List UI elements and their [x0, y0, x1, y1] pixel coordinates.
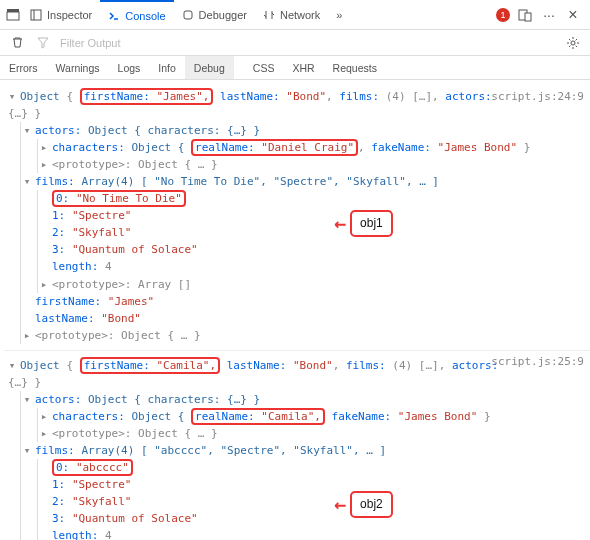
- key-films: films:: [339, 90, 379, 103]
- disclosure-triangle-icon[interactable]: ▸: [38, 156, 50, 173]
- ftab-css[interactable]: CSS: [244, 56, 284, 79]
- array-item[interactable]: 0: "abcccc": [38, 459, 590, 476]
- preview: Object {: [131, 141, 184, 154]
- object-root[interactable]: ▾ Object { firstName: "Camila", lastName…: [6, 357, 590, 374]
- disclosure-triangle-icon[interactable]: ▸: [38, 425, 50, 442]
- ftab-logs[interactable]: Logs: [109, 56, 150, 79]
- error-count-badge[interactable]: 1: [496, 8, 510, 22]
- responsive-mode-icon[interactable]: [516, 6, 534, 24]
- val: James Bond: [444, 141, 510, 154]
- tabs-overflow[interactable]: »: [328, 0, 350, 29]
- key: actors:: [35, 393, 81, 406]
- preview: Array(4) [ "abcccc", "Spectre", "Skyfall…: [81, 444, 386, 457]
- disclosure-triangle-icon[interactable]: ▾: [21, 391, 33, 408]
- disclosure-triangle-icon[interactable]: ▾: [6, 88, 18, 105]
- key: fakeName:: [371, 141, 431, 154]
- svg-rect-6: [525, 13, 531, 21]
- filter-bar: [0, 30, 590, 56]
- val: Bond: [108, 312, 135, 325]
- characters-node[interactable]: ▸ characters: Object { realName: "Daniel…: [38, 139, 590, 156]
- disclosure-triangle-icon[interactable]: ▾: [21, 442, 33, 459]
- val: Daniel Craig: [268, 141, 347, 154]
- ftab-requests[interactable]: Requests: [324, 56, 386, 79]
- array-item[interactable]: 2: "Skyfall": [38, 224, 590, 241]
- characters-node[interactable]: ▸ characters: Object { realName: "Camila…: [38, 408, 590, 425]
- trash-icon[interactable]: [8, 34, 26, 52]
- log-level-tabs: Errors Warnings Logs Info Debug CSS XHR …: [0, 56, 590, 80]
- array-item[interactable]: 0: "No Time To Die": [38, 190, 590, 207]
- tab-network[interactable]: Network: [255, 0, 328, 29]
- filter-input[interactable]: [60, 37, 556, 49]
- firstname-node: firstName: "James": [21, 293, 590, 310]
- prototype-node[interactable]: ▸<prototype>: Object { … }: [21, 327, 590, 344]
- key: realName:: [195, 410, 255, 423]
- disclosure-triangle-icon[interactable]: ▸: [38, 276, 50, 293]
- close-icon[interactable]: ×: [564, 6, 582, 24]
- log-entry-obj2: script.js:25:9 ▾ Object { firstName: "Ca…: [4, 350, 590, 540]
- disclosure-triangle-icon[interactable]: ▾: [21, 122, 33, 139]
- preview: Object { characters: {…} }: [88, 393, 260, 406]
- val: Camila: [163, 359, 203, 372]
- ftab-info[interactable]: Info: [149, 56, 185, 79]
- key: firstName:: [84, 359, 150, 372]
- ftab-errors[interactable]: Errors: [0, 56, 47, 79]
- val-lastname: Bond: [293, 90, 320, 103]
- more-menu-icon[interactable]: ···: [540, 6, 558, 24]
- val: Skyfall: [79, 226, 125, 239]
- key: length:: [52, 260, 98, 273]
- array-item[interactable]: 3: "Quantum of Solace": [38, 510, 590, 527]
- array-item[interactable]: 1: "Spectre": [38, 476, 590, 493]
- svg-rect-1: [7, 9, 19, 12]
- val: James Bond: [404, 410, 470, 423]
- tab-inspector[interactable]: Inspector: [22, 0, 100, 29]
- key: lastName:: [227, 359, 287, 372]
- type-label: Object: [20, 359, 60, 372]
- films-node[interactable]: ▾ films: Array(4) [ "abcccc", "Spectre",…: [21, 442, 590, 459]
- tab-label: Console: [125, 10, 165, 22]
- disclosure-triangle-icon[interactable]: ▾: [6, 357, 18, 374]
- arrow-icon: ←: [334, 489, 346, 520]
- console-output: script.js:24:9 ▾ Object { firstName: "Ja…: [0, 80, 590, 540]
- prototype-node[interactable]: ▸<prototype>: Object { … }: [38, 156, 590, 173]
- overflow-label: »: [336, 9, 342, 21]
- val: No Time To Die: [83, 192, 176, 205]
- ftab-debug[interactable]: Debug: [185, 56, 234, 79]
- key-firstname: firstName:: [84, 90, 150, 103]
- disclosure-triangle-icon[interactable]: ▸: [38, 408, 50, 425]
- annotation-obj2: ← obj2: [334, 489, 393, 520]
- ftab-warnings[interactable]: Warnings: [47, 56, 109, 79]
- settings-gear-icon[interactable]: [564, 34, 582, 52]
- key: length:: [52, 529, 98, 540]
- ftab-xhr[interactable]: XHR: [283, 56, 323, 79]
- key: fakeName:: [332, 410, 392, 423]
- array-item[interactable]: 3: "Quantum of Solace": [38, 241, 590, 258]
- prototype-node[interactable]: ▸<prototype>: Array []: [38, 276, 590, 293]
- tab-label: Inspector: [47, 9, 92, 21]
- val: Spectre: [79, 209, 125, 222]
- annotation-label: obj2: [350, 491, 393, 518]
- obj-trail: {…} }: [6, 105, 590, 122]
- lastname-node: lastName: "Bond": [21, 310, 590, 327]
- preview: Array(4) [ "No Time To Die", "Spectre", …: [81, 175, 439, 188]
- films-node[interactable]: ▾ films: Array(4) [ "No Time To Die", "S…: [21, 173, 590, 190]
- tab-console[interactable]: Console: [100, 0, 173, 29]
- actors-node[interactable]: ▾ actors: Object { characters: {…} }: [21, 391, 590, 408]
- array-item[interactable]: 2: "Skyfall": [38, 493, 590, 510]
- key: characters:: [52, 410, 125, 423]
- val: 4: [105, 260, 112, 273]
- preview: Object { characters: {…} }: [88, 124, 260, 137]
- dock-toggle-icon[interactable]: [4, 6, 22, 24]
- actors-node[interactable]: ▾ actors: Object { characters: {…} }: [21, 122, 590, 139]
- array-item[interactable]: 1: "Spectre": [38, 207, 590, 224]
- disclosure-triangle-icon[interactable]: ▸: [38, 139, 50, 156]
- object-root[interactable]: ▾ Object { firstName: "James", lastName:…: [6, 88, 590, 105]
- disclosure-triangle-icon[interactable]: ▸: [21, 327, 33, 344]
- prototype-node[interactable]: ▸<prototype>: Object { … }: [38, 425, 590, 442]
- tab-debugger[interactable]: Debugger: [174, 0, 255, 29]
- val: abcccc: [83, 461, 123, 474]
- preview: Object {: [131, 410, 184, 423]
- key: actors:: [35, 124, 81, 137]
- key: realName:: [195, 141, 255, 154]
- disclosure-triangle-icon[interactable]: ▾: [21, 173, 33, 190]
- val-firstname: James: [163, 90, 196, 103]
